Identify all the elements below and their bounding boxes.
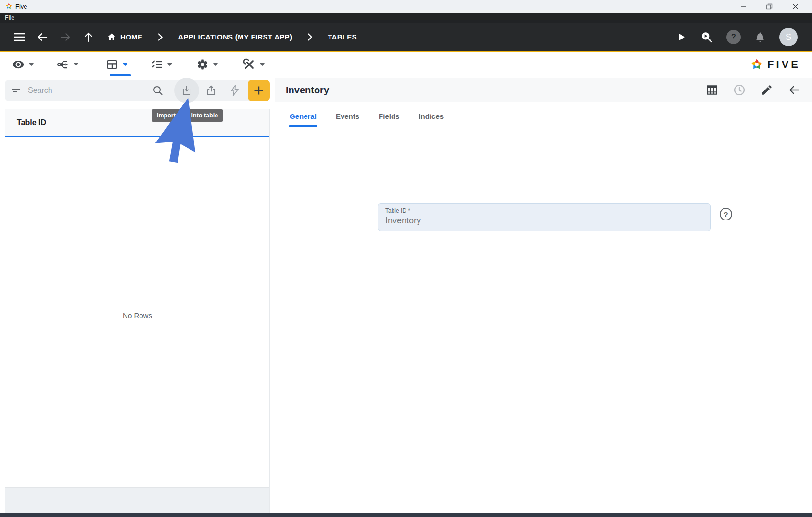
forward-icon (60, 32, 71, 42)
chevron-down-icon (29, 63, 34, 66)
help-circle-glyph: ? (723, 210, 728, 219)
brand-wordmark: FIVE (767, 58, 800, 71)
back-icon (37, 32, 48, 42)
up-button[interactable] (77, 26, 100, 49)
help-glyph: ? (731, 33, 736, 41)
back-arrow-icon (788, 84, 800, 96)
chevron-down-icon (260, 63, 265, 66)
logic-menu-button[interactable] (57, 53, 78, 76)
quick-actions-button[interactable] (228, 84, 241, 97)
window-controls (740, 3, 807, 10)
forward-button[interactable] (54, 26, 77, 49)
table-header-row[interactable]: Table ID (5, 109, 269, 137)
chevron-down-icon (213, 63, 218, 66)
menu-icon (14, 33, 25, 41)
chevron-right-icon (307, 33, 312, 41)
hamburger-menu-button[interactable] (8, 26, 31, 49)
quick-actions-icon (228, 84, 241, 97)
add-table-button[interactable] (248, 80, 270, 101)
dev-tools-menu-button[interactable] (243, 53, 265, 76)
app-window: Five File (0, 0, 812, 517)
visibility-icon (12, 58, 25, 71)
chevron-down-icon (123, 63, 127, 66)
tab-general[interactable]: General (290, 112, 317, 120)
breadcrumb: HOME APPLICATIONS (MY FIRST APP) TABLES (107, 32, 357, 42)
tab-indices[interactable]: Indices (419, 112, 444, 120)
bottom-bar (0, 513, 812, 517)
search-input[interactable] (28, 80, 143, 101)
breadcrumb-applications[interactable]: APPLICATIONS (MY FIRST APP) (178, 33, 292, 41)
minimize-button[interactable] (740, 3, 747, 10)
run-button[interactable] (675, 31, 687, 43)
export-icon (205, 84, 217, 97)
titlebar: Five (0, 0, 812, 13)
avatar[interactable]: S (779, 28, 798, 46)
up-icon (84, 32, 93, 42)
export-button[interactable] (205, 84, 217, 97)
detail-panel: Inventory (275, 76, 812, 513)
import-csv-icon (180, 84, 193, 97)
history-icon (733, 83, 746, 97)
table-id-field[interactable]: Table ID * Inventory (378, 203, 710, 231)
search-bar (5, 80, 270, 101)
nav-left: HOME APPLICATIONS (MY FIRST APP) TABLES (0, 26, 357, 49)
avatar-initial: S (786, 32, 792, 42)
main-toolbar: FIVE (0, 53, 812, 76)
chevron-down-icon (167, 63, 172, 66)
window-title: Five (15, 3, 27, 10)
detail-tabs: General Events Fields Indices (275, 102, 812, 130)
edit-icon (761, 84, 773, 96)
detail-header-actions (705, 83, 801, 97)
preview-button[interactable] (700, 31, 713, 43)
help-button[interactable]: ? (726, 30, 741, 44)
data-menu-button[interactable] (106, 53, 127, 76)
table-grid-button[interactable] (705, 83, 719, 97)
dev-tools-icon (243, 58, 255, 71)
back-button[interactable] (31, 26, 54, 49)
tables-list: Table ID No Rows (5, 109, 270, 513)
preview-icon (700, 31, 713, 43)
field-help-button[interactable]: ? (720, 208, 732, 220)
breadcrumb-home[interactable]: HOME (120, 33, 142, 41)
chevron-down-icon (74, 63, 78, 66)
home-icon (107, 32, 116, 42)
tab-fields[interactable]: Fields (379, 112, 399, 120)
empty-state-message: No Rows (5, 311, 269, 320)
five-brand: FIVE (750, 53, 800, 76)
history-button[interactable] (732, 83, 747, 97)
add-icon (254, 85, 264, 96)
five-logo-icon (5, 2, 13, 10)
field-label: Table ID * (385, 207, 703, 214)
close-button[interactable] (792, 3, 799, 10)
restore-button[interactable] (766, 3, 773, 10)
navbar: HOME APPLICATIONS (MY FIRST APP) TABLES (0, 23, 812, 52)
record-title: Inventory (286, 85, 329, 96)
tasks-menu-button[interactable] (151, 53, 172, 76)
field-value: Inventory (385, 216, 703, 226)
menubar: File (0, 13, 812, 23)
checklist-icon (151, 58, 163, 71)
settings-icon (196, 58, 209, 71)
run-icon (675, 31, 687, 43)
tab-events[interactable]: Events (336, 112, 359, 120)
collapse-back-button[interactable] (787, 83, 801, 97)
search-icon[interactable] (152, 85, 164, 96)
detail-panel-header: Inventory (275, 78, 812, 102)
logic-icon (57, 58, 69, 71)
breadcrumb-tables[interactable]: TABLES (328, 33, 357, 41)
chevron-right-icon (158, 33, 163, 41)
notifications-button[interactable] (754, 31, 766, 43)
active-tool-underline (110, 74, 131, 76)
table-grid-icon (706, 84, 718, 96)
visual-menu-button[interactable] (12, 53, 34, 76)
filter-icon[interactable] (10, 85, 22, 96)
notifications-icon (754, 31, 766, 43)
edit-button[interactable] (760, 83, 774, 97)
nav-right: ? S (675, 23, 812, 51)
column-header-table-id[interactable]: Table ID (17, 118, 46, 127)
settings-menu-button[interactable] (196, 53, 218, 76)
detail-content: Table ID * Inventory ? (275, 131, 812, 513)
five-logo-icon (750, 58, 763, 71)
file-menu[interactable]: File (5, 14, 14, 21)
table-icon (106, 58, 118, 71)
